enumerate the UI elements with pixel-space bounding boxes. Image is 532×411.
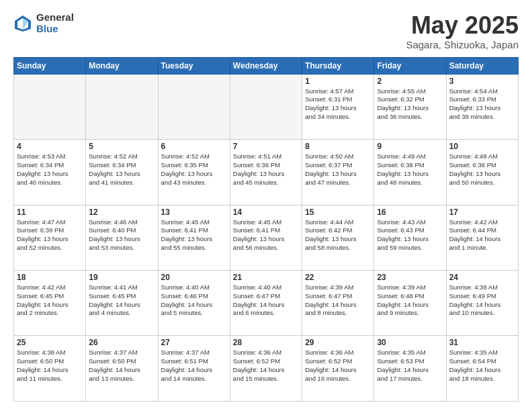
- day-info: Sunrise: 4:38 AM Sunset: 6:49 PM Dayligh…: [449, 283, 515, 318]
- day-number: 29: [305, 338, 371, 347]
- day-number: 2: [377, 77, 443, 86]
- column-header-monday: Monday: [86, 57, 158, 74]
- day-info: Sunrise: 4:55 AM Sunset: 6:32 PM Dayligh…: [377, 87, 443, 122]
- calendar-day-cell: 5Sunrise: 4:52 AM Sunset: 6:34 PM Daylig…: [86, 140, 158, 205]
- logo-general-text: General: [36, 12, 74, 24]
- day-info: Sunrise: 4:49 AM Sunset: 6:38 PM Dayligh…: [377, 152, 443, 187]
- day-number: 28: [233, 338, 299, 347]
- day-info: Sunrise: 4:43 AM Sunset: 6:43 PM Dayligh…: [377, 218, 443, 253]
- calendar-day-cell: [230, 74, 302, 139]
- calendar-day-cell: 3Sunrise: 4:54 AM Sunset: 6:33 PM Daylig…: [446, 74, 518, 139]
- day-info: Sunrise: 4:50 AM Sunset: 6:37 PM Dayligh…: [305, 152, 371, 187]
- day-info: Sunrise: 4:52 AM Sunset: 6:35 PM Dayligh…: [161, 152, 227, 187]
- calendar-day-cell: [158, 74, 230, 139]
- calendar-day-cell: 29Sunrise: 4:36 AM Sunset: 6:52 PM Dayli…: [302, 336, 374, 402]
- calendar-day-cell: 4Sunrise: 4:53 AM Sunset: 6:34 PM Daylig…: [14, 140, 86, 205]
- day-number: 7: [233, 142, 299, 151]
- calendar-day-cell: 13Sunrise: 4:45 AM Sunset: 6:41 PM Dayli…: [158, 205, 230, 270]
- day-number: 22: [305, 273, 371, 282]
- calendar-day-cell: 15Sunrise: 4:44 AM Sunset: 6:42 PM Dayli…: [302, 205, 374, 270]
- calendar-day-cell: [14, 74, 86, 139]
- day-info: Sunrise: 4:45 AM Sunset: 6:41 PM Dayligh…: [233, 218, 299, 253]
- column-header-saturday: Saturday: [446, 57, 518, 74]
- day-number: 15: [305, 208, 371, 217]
- day-number: 18: [17, 273, 83, 282]
- day-info: Sunrise: 4:41 AM Sunset: 6:45 PM Dayligh…: [89, 283, 154, 318]
- calendar-day-cell: [86, 74, 158, 139]
- day-number: 17: [449, 208, 515, 217]
- calendar-day-cell: 14Sunrise: 4:45 AM Sunset: 6:41 PM Dayli…: [230, 205, 302, 270]
- column-header-friday: Friday: [374, 57, 446, 74]
- page: General Blue May 2025 Sagara, Shizuoka, …: [0, 0, 532, 411]
- calendar-header-row: SundayMondayTuesdayWednesdayThursdayFrid…: [14, 57, 519, 74]
- day-info: Sunrise: 4:36 AM Sunset: 6:52 PM Dayligh…: [233, 349, 299, 383]
- day-info: Sunrise: 4:54 AM Sunset: 6:33 PM Dayligh…: [449, 87, 515, 122]
- column-header-thursday: Thursday: [302, 57, 374, 74]
- calendar-day-cell: 20Sunrise: 4:40 AM Sunset: 6:46 PM Dayli…: [158, 271, 230, 336]
- day-info: Sunrise: 4:45 AM Sunset: 6:41 PM Dayligh…: [161, 218, 227, 253]
- day-number: 11: [17, 208, 83, 217]
- day-number: 6: [161, 142, 227, 151]
- calendar-day-cell: 17Sunrise: 4:42 AM Sunset: 6:44 PM Dayli…: [446, 205, 518, 270]
- calendar-day-cell: 11Sunrise: 4:47 AM Sunset: 6:39 PM Dayli…: [14, 205, 86, 270]
- calendar-day-cell: 28Sunrise: 4:36 AM Sunset: 6:52 PM Dayli…: [230, 336, 302, 402]
- logo-blue-text: Blue: [36, 24, 74, 35]
- month-title: May 2025: [406, 12, 519, 39]
- day-info: Sunrise: 4:57 AM Sunset: 6:31 PM Dayligh…: [305, 87, 371, 122]
- day-info: Sunrise: 4:38 AM Sunset: 6:50 PM Dayligh…: [17, 349, 83, 383]
- calendar-day-cell: 6Sunrise: 4:52 AM Sunset: 6:35 PM Daylig…: [158, 140, 230, 205]
- day-info: Sunrise: 4:35 AM Sunset: 6:53 PM Dayligh…: [377, 349, 443, 383]
- day-number: 25: [17, 338, 83, 347]
- header: General Blue May 2025 Sagara, Shizuoka, …: [13, 12, 519, 50]
- calendar-day-cell: 12Sunrise: 4:46 AM Sunset: 6:40 PM Dayli…: [86, 205, 158, 270]
- day-number: 14: [233, 208, 299, 217]
- calendar-day-cell: 24Sunrise: 4:38 AM Sunset: 6:49 PM Dayli…: [446, 271, 518, 336]
- day-info: Sunrise: 4:51 AM Sunset: 6:36 PM Dayligh…: [233, 152, 299, 187]
- day-info: Sunrise: 4:47 AM Sunset: 6:39 PM Dayligh…: [17, 218, 83, 253]
- calendar-day-cell: 9Sunrise: 4:49 AM Sunset: 6:38 PM Daylig…: [374, 140, 446, 205]
- calendar-day-cell: 26Sunrise: 4:37 AM Sunset: 6:50 PM Dayli…: [86, 336, 158, 402]
- day-info: Sunrise: 4:37 AM Sunset: 6:50 PM Dayligh…: [89, 349, 154, 383]
- day-number: 1: [305, 77, 371, 86]
- day-number: 10: [449, 142, 515, 151]
- day-info: Sunrise: 4:39 AM Sunset: 6:47 PM Dayligh…: [305, 283, 371, 318]
- calendar-day-cell: 25Sunrise: 4:38 AM Sunset: 6:50 PM Dayli…: [14, 336, 86, 402]
- logo-icon: [13, 14, 32, 33]
- day-number: 4: [17, 142, 83, 151]
- day-info: Sunrise: 4:40 AM Sunset: 6:47 PM Dayligh…: [233, 283, 299, 318]
- calendar-day-cell: 23Sunrise: 4:39 AM Sunset: 6:48 PM Dayli…: [374, 271, 446, 336]
- day-number: 21: [233, 273, 299, 282]
- calendar-day-cell: 21Sunrise: 4:40 AM Sunset: 6:47 PM Dayli…: [230, 271, 302, 336]
- calendar-week-row: 18Sunrise: 4:42 AM Sunset: 6:45 PM Dayli…: [14, 271, 519, 336]
- day-info: Sunrise: 4:40 AM Sunset: 6:46 PM Dayligh…: [161, 283, 227, 318]
- logo-text: General Blue: [36, 12, 74, 34]
- day-info: Sunrise: 4:44 AM Sunset: 6:42 PM Dayligh…: [305, 218, 371, 253]
- column-header-tuesday: Tuesday: [158, 57, 230, 74]
- location-subtitle: Sagara, Shizuoka, Japan: [406, 39, 519, 50]
- day-info: Sunrise: 4:36 AM Sunset: 6:52 PM Dayligh…: [305, 349, 371, 383]
- calendar-day-cell: 31Sunrise: 4:35 AM Sunset: 6:54 PM Dayli…: [446, 336, 518, 402]
- column-header-wednesday: Wednesday: [230, 57, 302, 74]
- day-info: Sunrise: 4:37 AM Sunset: 6:51 PM Dayligh…: [161, 349, 227, 383]
- calendar-day-cell: 8Sunrise: 4:50 AM Sunset: 6:37 PM Daylig…: [302, 140, 374, 205]
- day-info: Sunrise: 4:42 AM Sunset: 6:45 PM Dayligh…: [17, 283, 83, 318]
- calendar-day-cell: 16Sunrise: 4:43 AM Sunset: 6:43 PM Dayli…: [374, 205, 446, 270]
- calendar-day-cell: 22Sunrise: 4:39 AM Sunset: 6:47 PM Dayli…: [302, 271, 374, 336]
- column-header-sunday: Sunday: [14, 57, 86, 74]
- day-info: Sunrise: 4:52 AM Sunset: 6:34 PM Dayligh…: [89, 152, 154, 187]
- day-info: Sunrise: 4:53 AM Sunset: 6:34 PM Dayligh…: [17, 152, 83, 187]
- day-number: 23: [377, 273, 443, 282]
- calendar-day-cell: 18Sunrise: 4:42 AM Sunset: 6:45 PM Dayli…: [14, 271, 86, 336]
- day-info: Sunrise: 4:42 AM Sunset: 6:44 PM Dayligh…: [449, 218, 515, 253]
- day-number: 16: [377, 208, 443, 217]
- day-info: Sunrise: 4:35 AM Sunset: 6:54 PM Dayligh…: [449, 349, 515, 383]
- day-number: 19: [89, 273, 154, 282]
- day-info: Sunrise: 4:46 AM Sunset: 6:40 PM Dayligh…: [89, 218, 154, 253]
- calendar-week-row: 1Sunrise: 4:57 AM Sunset: 6:31 PM Daylig…: [14, 74, 519, 139]
- day-number: 12: [89, 208, 154, 217]
- calendar-week-row: 4Sunrise: 4:53 AM Sunset: 6:34 PM Daylig…: [14, 140, 519, 205]
- calendar-day-cell: 30Sunrise: 4:35 AM Sunset: 6:53 PM Dayli…: [374, 336, 446, 402]
- calendar-day-cell: 2Sunrise: 4:55 AM Sunset: 6:32 PM Daylig…: [374, 74, 446, 139]
- day-info: Sunrise: 4:48 AM Sunset: 6:38 PM Dayligh…: [449, 152, 515, 187]
- day-number: 13: [161, 208, 227, 217]
